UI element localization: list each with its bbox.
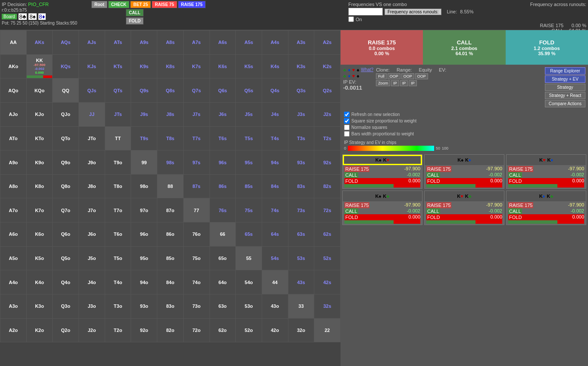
matrix-cell[interactable]: KJs (79, 54, 105, 78)
matrix-cell[interactable]: T3s (288, 126, 314, 150)
matrix-cell[interactable]: K7s (183, 54, 210, 78)
raise175-button[interactable]: RAISE 175 (178, 1, 206, 8)
ip-button-3[interactable]: IP (409, 80, 417, 86)
matrix-cell[interactable]: 73o (183, 294, 210, 319)
compare-actions-button[interactable]: Compare Actions (545, 100, 585, 107)
strategy-button[interactable]: Strategy (545, 84, 585, 91)
matrix-cell[interactable]: K4o (26, 270, 53, 294)
matrix-cell[interactable]: T5s (236, 126, 262, 150)
matrix-cell[interactable]: Q5s (236, 78, 262, 103)
matrix-cell[interactable]: JJ (79, 102, 105, 126)
matrix-cell[interactable]: K8o (26, 174, 53, 198)
matrix-cell[interactable]: T2s (314, 126, 341, 150)
matrix-cell[interactable]: T8s (157, 126, 184, 150)
matrix-cell[interactable]: J8s (157, 102, 184, 126)
matrix-cell[interactable]: 64o (210, 270, 236, 294)
matrix-cell[interactable]: TT (105, 126, 131, 150)
matrix-cell[interactable]: Q3o (53, 294, 79, 319)
matrix-cell[interactable]: 93s (288, 150, 314, 175)
matrix-cell[interactable]: K8s (157, 54, 184, 78)
matrix-cell[interactable]: 32s (314, 294, 341, 319)
matrix-cell[interactable]: 94o (131, 270, 157, 294)
matrix-cell[interactable]: QJs (79, 78, 105, 103)
combo-card[interactable]: K♠ K♦ RAISE 175 -97.900 CALL -0.002 FOLD… (424, 154, 504, 189)
matrix-cell[interactable]: J9s (131, 102, 157, 126)
matrix-cell[interactable]: QQ (53, 78, 79, 103)
matrix-cell[interactable]: J6o (79, 222, 105, 247)
matrix-cell[interactable]: 65o (210, 246, 236, 270)
matrix-cell[interactable]: A3o (0, 294, 27, 319)
matrix-cell[interactable]: 97o (131, 198, 157, 222)
matrix-cell[interactable]: 74o (183, 270, 210, 294)
matrix-cell[interactable]: J3o (79, 294, 105, 319)
matrix-cell[interactable]: A6s (210, 31, 236, 55)
matrix-cell[interactable]: J7o (79, 198, 105, 222)
matrix-cell[interactable]: 22 (314, 318, 341, 342)
matrix-cell[interactable]: K7o (26, 198, 53, 222)
normalize-checkbox[interactable] (344, 125, 350, 130)
check-button[interactable]: CHECK (108, 1, 130, 8)
matrix-cell[interactable]: 96o (131, 222, 157, 247)
matrix-cell[interactable]: Q5o (53, 246, 79, 270)
matrix-cell[interactable]: A4s (262, 31, 288, 55)
bars-width-checkbox[interactable] (344, 131, 350, 137)
matrix-cell[interactable]: Q7o (53, 198, 79, 222)
call-button[interactable]: CALL (126, 9, 144, 16)
matrix-cell[interactable]: 87o (157, 198, 184, 222)
matrix-cell[interactable]: Q6s (210, 78, 236, 103)
matrix-cell[interactable]: 75s (236, 198, 262, 222)
matrix-cell[interactable]: AJo (0, 102, 27, 126)
root-button[interactable]: Root (91, 1, 107, 8)
matrix-cell[interactable]: 88 (157, 174, 184, 198)
matrix-cell[interactable]: 96s (210, 150, 236, 175)
matrix-cell[interactable]: A9s (131, 31, 157, 55)
ip-button-1[interactable]: IP (391, 80, 399, 86)
refresh-checkbox[interactable] (344, 112, 350, 117)
what-link[interactable]: What? (361, 67, 373, 72)
matrix-cell[interactable]: 86o (157, 222, 184, 247)
matrix-cell[interactable]: Q6o (53, 222, 79, 247)
matrix-cell[interactable]: T2o (105, 318, 131, 342)
matrix-cell[interactable]: K3s (288, 54, 314, 78)
matrix-cell[interactable]: 94s (262, 150, 288, 175)
matrix-cell[interactable]: 62o (210, 318, 236, 342)
matrix-cell[interactable]: J2o (79, 318, 105, 342)
matrix-cell[interactable]: 84s (262, 174, 288, 198)
oop-button-1[interactable]: OOP (388, 73, 400, 79)
matrix-cell[interactable]: JTs (105, 102, 131, 126)
matrix-cell[interactable]: KK -97.500 -0.002 0.000 (26, 54, 53, 78)
full-button[interactable]: Full (376, 73, 387, 79)
matrix-cell[interactable]: 98s (157, 150, 184, 175)
matrix-cell[interactable]: 52s (314, 246, 341, 270)
matrix-cell[interactable]: 66 (210, 222, 236, 247)
matrix-cell[interactable]: A6o (0, 222, 27, 247)
matrix-cell[interactable]: A8o (0, 174, 27, 198)
matrix-cell[interactable]: 65s (236, 222, 262, 247)
matrix-cell[interactable]: A7s (183, 31, 210, 55)
matrix-cell[interactable]: 73s (288, 198, 314, 222)
matrix-cell[interactable]: 77 (183, 198, 210, 222)
matrix-cell[interactable]: J5o (79, 246, 105, 270)
strategy-react-button[interactable]: Strategy + React (545, 92, 585, 99)
matrix-cell[interactable]: 54o (236, 270, 262, 294)
matrix-cell[interactable]: 99 (131, 150, 157, 175)
raise75-button[interactable]: RAISE 75 (152, 1, 177, 8)
matrix-cell[interactable]: AQo (0, 78, 27, 103)
range-explorer-button[interactable]: Range Explorer (545, 67, 585, 75)
matrix-cell[interactable]: 72o (183, 318, 210, 342)
matrix-cell[interactable]: 92o (131, 318, 157, 342)
matrix-cell[interactable]: J2s (314, 102, 341, 126)
matrix-cell[interactable]: Q4s (262, 78, 288, 103)
matrix-cell[interactable]: KTo (26, 126, 53, 150)
combo-card[interactable]: K♥ K♦ RAISE 175 -97.900 CALL -0.002 FOLD… (506, 154, 586, 189)
matrix-cell[interactable]: T9s (131, 126, 157, 150)
matrix-cell[interactable]: K2s (314, 54, 341, 78)
matrix-cell[interactable]: 42s (314, 270, 341, 294)
matrix-cell[interactable]: T9o (105, 150, 131, 175)
combo-card[interactable]: K♥ K♣ RAISE 175 -97.900 CALL -0.002 FOLD… (424, 191, 504, 225)
matrix-cell[interactable]: QTo (53, 126, 79, 150)
matrix-cell[interactable]: Q9o (53, 150, 79, 175)
matrix-cell[interactable]: A9o (0, 150, 27, 175)
matrix-cell[interactable]: J4s (262, 102, 288, 126)
matrix-cell[interactable]: J9o (79, 150, 105, 175)
